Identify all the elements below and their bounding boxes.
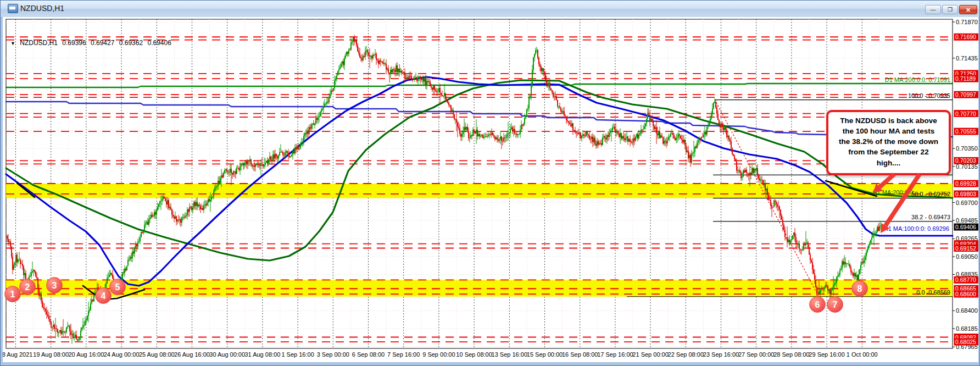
price-tick-label: 0.70350 [956, 145, 978, 152]
mt4-chart-window: NZDUSD,H1 — ❐ ✕ ▼ NZDUSD,H1 0.69396 0.69… [0, 0, 980, 366]
svg-text:4: 4 [101, 291, 106, 301]
fib-level-label: 50.0 - 0.69752 [911, 191, 950, 197]
date-axis-label: 29 Sep 16:00 [809, 351, 844, 358]
date-axis-label: 6 Sep 08:00 [352, 351, 385, 358]
marker-circle-1: 1 [5, 286, 21, 302]
red-price-label: 0.71189 [955, 75, 976, 82]
date-axis-label: 23 Sep 16:00 [703, 351, 739, 358]
info-symbol: NZDUSD,H1 [20, 39, 58, 47]
date-axis-label: 24 Aug 00:00 [104, 351, 140, 358]
red-price-label: 0.69152 [955, 245, 976, 252]
window-title-bar[interactable]: NZDUSD,H1 — ❐ ✕ [1, 1, 979, 18]
date-axis-label: 13 Sep 16:00 [492, 351, 527, 358]
red-price-label: 0.69928 [955, 180, 976, 187]
fib-level-label: 38.2 - 0.69473 [911, 214, 950, 220]
h1-ma-100-label: H1 MA:100:0:0: 0.69296 [884, 225, 949, 232]
window-title: NZDUSD,H1 [20, 4, 64, 13]
marker-circle-5: 5 [110, 279, 126, 295]
date-axis-label: 7 Sep 16:00 [387, 351, 420, 358]
restore-button[interactable]: ❐ [942, 5, 958, 14]
date-axis-label: 20 Aug 16:00 [68, 351, 104, 358]
marker-circle-6: 6 [810, 297, 826, 313]
red-price-label: 0.70555 [955, 128, 976, 135]
date-axis-label: 27 Sep 00:00 [738, 351, 774, 358]
price-tick-label: 0.69485 [956, 217, 978, 224]
date-axis-label: 1 Sep 16:00 [281, 351, 314, 358]
support-resistance-zone [6, 184, 953, 198]
chart-content-area: ▼ NZDUSD,H1 0.69396 0.69427 0.69362 0.69… [3, 17, 978, 362]
price-tick-label: 0.69700 [956, 199, 978, 206]
minimize-button[interactable]: — [925, 5, 941, 14]
red-price-label: 0.68770 [955, 276, 976, 283]
info-close: 0.69406 [147, 39, 171, 47]
svg-text:7: 7 [833, 300, 838, 309]
red-price-label: 0.71690 [955, 34, 976, 40]
date-axis-label: 19 Aug 08:00 [33, 351, 69, 358]
price-chart-canvas[interactable]: 0.718700.714350.703500.701350.697000.694… [3, 17, 978, 362]
fib-level-label: 100.0 - 0.70935 [908, 92, 950, 99]
price-tick-label: 0.68185 [956, 325, 978, 332]
red-price-label: 0.70203 [955, 157, 976, 164]
date-axis-label: 1 Oct 00:00 [847, 351, 878, 358]
date-axis-label: 31 Aug 08:00 [244, 351, 280, 358]
price-tick-label: 0.71435 [956, 55, 978, 62]
chart-window-icon [8, 4, 18, 13]
date-axis-label: 22 Sep 08:00 [668, 351, 704, 358]
marker-circle-2: 2 [20, 279, 36, 295]
current-price-label: 0.69406 [955, 224, 976, 230]
date-axis-label: 3 Sep 00:00 [317, 351, 349, 358]
red-price-label: 0.69803 [955, 191, 976, 197]
symbol-dropdown-icon[interactable]: ▼ [10, 41, 15, 46]
h1-ma-200-label: H1 MA:200:0:0: [873, 189, 915, 196]
date-axis-label: 26 Aug 16:00 [174, 351, 210, 358]
svg-text:3: 3 [52, 281, 57, 290]
date-axis-label: 18 Aug 2021 [3, 351, 32, 358]
analyst-annotation-box[interactable]: The NZDUSD is back above the 100 hour MA… [826, 110, 951, 175]
fib-level-label: 0.0 -0.68569 [916, 289, 950, 296]
date-axis-label: 21 Sep 00:00 [632, 351, 668, 358]
svg-text:5: 5 [115, 282, 120, 292]
svg-text:8: 8 [858, 284, 862, 293]
price-tick-label: 0.69050 [956, 253, 978, 260]
svg-text:1: 1 [10, 290, 15, 299]
red-price-label: 0.70770 [955, 110, 976, 117]
date-axis-label: 9 Sep 00:00 [422, 351, 455, 358]
date-axis-label: 10 Sep 08:00 [456, 351, 492, 358]
d1-ma-200-label: D1 MA:200:0:0: 0.71091 [885, 76, 950, 83]
price-tick-label: 0.71870 [956, 19, 978, 25]
price-tick-label: 0.68400 [956, 307, 978, 314]
red-price-label: 0.70997 [955, 91, 976, 98]
marker-circle-8: 8 [852, 281, 868, 297]
date-axis-label: 17 Sep 16:00 [597, 351, 633, 358]
info-low: 0.69362 [119, 39, 143, 47]
svg-text:2: 2 [25, 282, 30, 292]
date-axis-label: 16 Sep 08:00 [562, 351, 598, 358]
date-axis-label: 30 Aug 00:00 [209, 351, 245, 358]
info-high: 0.69427 [91, 39, 114, 47]
ohlc-info-line[interactable]: ▼ NZDUSD,H1 0.69396 0.69427 0.69362 0.69… [10, 39, 174, 47]
date-axis-label: 25 Aug 08:00 [139, 351, 175, 358]
marker-circle-4: 4 [96, 288, 112, 304]
marker-circle-3: 3 [47, 278, 63, 293]
red-price-label: 0.68600 [955, 291, 976, 297]
svg-text:6: 6 [815, 300, 820, 309]
red-price-label: 0.68025 [955, 339, 976, 345]
marker-circle-7: 7 [827, 297, 843, 313]
info-open: 0.69396 [62, 39, 86, 47]
close-button[interactable]: ✕ [959, 5, 977, 14]
date-axis-label: 28 Sep 08:00 [773, 351, 809, 358]
date-axis-label: 15 Sep 00:00 [527, 351, 563, 358]
